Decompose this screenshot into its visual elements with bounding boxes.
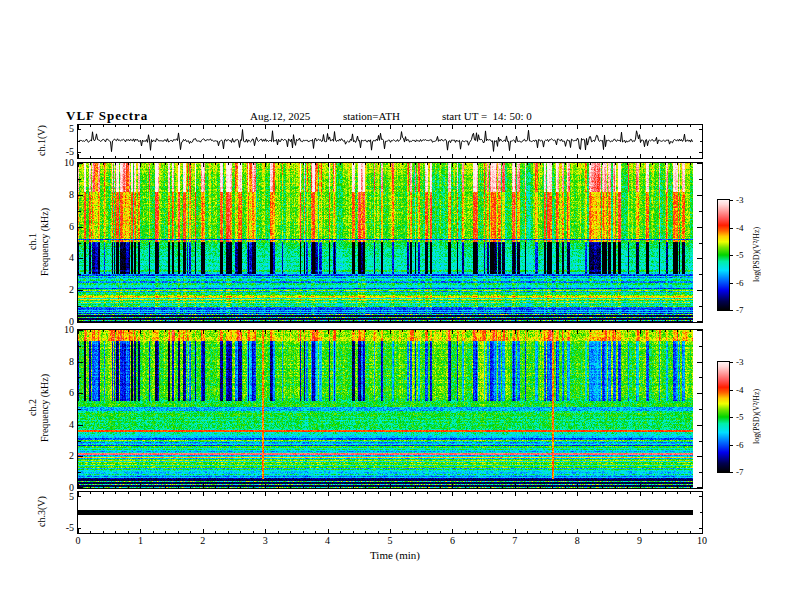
- start-ut-label: start UT = 14: 50: 0: [442, 110, 532, 122]
- ch1-wave-ytick-bottom: -5: [48, 147, 74, 157]
- colorbar-tick-label: -4: [736, 386, 744, 395]
- x-tick-label: 5: [388, 536, 393, 546]
- date-label: Aug.12, 2025: [250, 110, 310, 122]
- ch2-spec-ytick-label: 0: [48, 483, 74, 493]
- colorbar-tick-label: -3: [736, 196, 744, 205]
- x-tick-label: 10: [697, 536, 707, 546]
- colorbar-tick-mark: [729, 445, 733, 446]
- colorbar-tick-label: -4: [736, 224, 744, 233]
- ch1-wave-ylabel: ch.1(V): [36, 124, 48, 157]
- x-tick-label: 9: [637, 536, 642, 546]
- ch1-spectrogram-panel: [77, 162, 703, 323]
- colorbar-tick-label: -5: [736, 251, 744, 260]
- x-tick-label: 2: [200, 536, 205, 546]
- colorbar-tick-mark: [729, 472, 733, 473]
- ch2-spec-channel-label: ch.2: [27, 329, 39, 487]
- colorbar-tick-mark: [729, 200, 733, 201]
- colorbar-tick-label: -7: [736, 468, 744, 477]
- ch1-wave-ytick-top: 5: [48, 124, 74, 134]
- page-title: VLF Spectra: [66, 108, 148, 124]
- ch2-spec-ytick-label: 2: [48, 451, 74, 461]
- x-tick-label: 6: [450, 536, 455, 546]
- ch2-colorbar-gradient: [718, 362, 729, 472]
- ch1-spectrogram-canvas: [78, 163, 702, 322]
- x-tick-label: 3: [263, 536, 268, 546]
- ch1-spec-ytick-label: 4: [48, 253, 74, 263]
- ch2-spectrogram-canvas: [78, 330, 702, 488]
- ch2-spec-ytick-label: 10: [48, 325, 74, 335]
- x-tick-label: 0: [76, 536, 81, 546]
- colorbar-tick-mark: [729, 417, 733, 418]
- ch2-spec-ytick-label: 4: [48, 420, 74, 430]
- colorbar-tick-label: -5: [736, 413, 744, 422]
- ch3-waveform-panel: [77, 491, 703, 534]
- x-tick-label: 8: [575, 536, 580, 546]
- colorbar-tick-mark: [729, 390, 733, 391]
- colorbar-tick-label: -6: [736, 441, 744, 450]
- ch2-spec-ytick-label: 8: [48, 357, 74, 367]
- ch2-spectrogram-panel: [77, 329, 703, 489]
- ch1-spec-frequency-label: Frequency (kHz): [39, 162, 51, 321]
- time-axis-label: Time (min): [370, 549, 420, 561]
- colorbar-tick-label: -6: [736, 279, 744, 288]
- ch1-spec-ytick-label: 8: [48, 190, 74, 200]
- ch2-spec-frequency-label: Frequency (kHz): [39, 329, 51, 487]
- ch1-colorbar-gradient: [718, 200, 729, 310]
- colorbar-tick-mark: [729, 228, 733, 229]
- x-tick-label: 7: [512, 536, 517, 546]
- ch3-waveform-canvas: [78, 492, 702, 533]
- ch1-spec-channel-label: ch.1: [27, 162, 39, 321]
- ch3-wave-ytick-top: 5: [48, 492, 74, 502]
- station-label: station=ATH: [343, 110, 400, 122]
- ch1-waveform-panel: [77, 124, 703, 159]
- ch2-colorbar-label: log(PSD)(V²/Hz): [752, 361, 761, 471]
- vlf-spectra-screen: VLF Spectra Aug.12, 2025 station=ATH sta…: [0, 0, 792, 612]
- ch3-wave-ytick-bottom: -5: [48, 523, 74, 533]
- colorbar-tick-label: -3: [736, 358, 744, 367]
- colorbar-tick-mark: [729, 255, 733, 256]
- colorbar-tick-mark: [729, 362, 733, 363]
- ch1-spec-ytick-label: 6: [48, 222, 74, 232]
- colorbar-tick-label: -7: [736, 306, 744, 315]
- colorbar-tick-mark: [729, 283, 733, 284]
- x-tick-label: 4: [325, 536, 330, 546]
- ch1-colorbar-label: log(PSD)(V²/Hz): [752, 199, 761, 309]
- ch1-spec-ytick-label: 2: [48, 285, 74, 295]
- ch3-wave-ylabel: ch.3(V): [36, 491, 48, 532]
- colorbar-tick-mark: [729, 310, 733, 311]
- x-tick-label: 1: [138, 536, 143, 546]
- ch1-waveform-canvas: [78, 125, 702, 158]
- ch1-spec-ytick-label: 10: [48, 158, 74, 168]
- ch2-spec-ytick-label: 6: [48, 388, 74, 398]
